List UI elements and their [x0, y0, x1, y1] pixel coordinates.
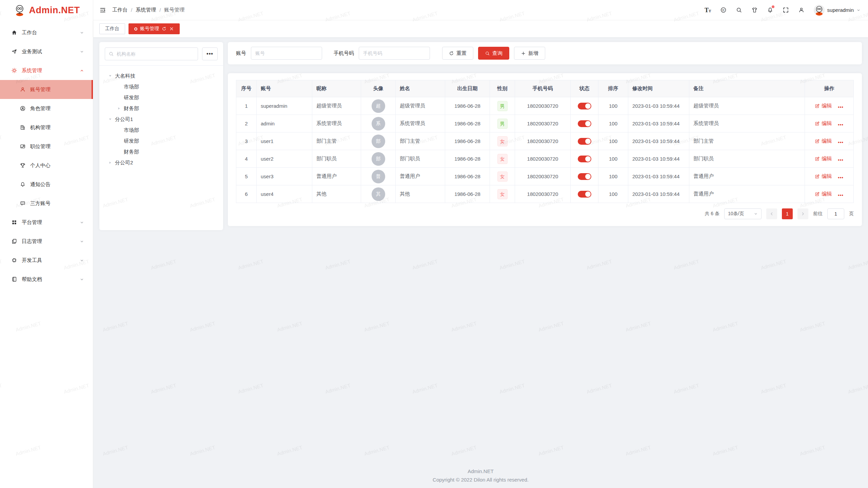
phone-input[interactable]: [359, 47, 430, 60]
tree-node[interactable]: 分公司2: [105, 157, 218, 168]
home-icon: [11, 29, 17, 36]
tree-more-button[interactable]: •••: [202, 47, 218, 60]
language-button[interactable]: 中: [717, 3, 730, 17]
sidebar-item-role-management[interactable]: 角色管理: [0, 99, 93, 118]
status-toggle[interactable]: [578, 156, 591, 162]
cell-modified: 2023-01-03 10:59:44: [628, 133, 689, 150]
sidebar-item-help-docs[interactable]: 帮助文档: [0, 270, 93, 289]
cell-index: 4: [236, 150, 257, 168]
tree-node[interactable]: 市场部: [105, 81, 218, 92]
sidebar-item-notice[interactable]: 通知公告: [0, 175, 93, 194]
tree-node[interactable]: 财务部: [105, 103, 218, 114]
cell-phone: 18020030720: [515, 97, 571, 115]
column-header: 手机号码: [515, 80, 571, 97]
sidebar-item-platform-management[interactable]: 平台管理: [0, 213, 93, 232]
sidebar-item-workbench[interactable]: 工作台: [0, 23, 93, 42]
status-toggle[interactable]: [578, 173, 591, 180]
fullscreen-button[interactable]: [779, 3, 793, 17]
edit-button[interactable]: 编辑: [815, 120, 832, 127]
menu-fold-icon[interactable]: [99, 7, 106, 14]
tree-node[interactable]: 研发部: [105, 92, 218, 103]
profile-button[interactable]: [795, 3, 808, 17]
sidebar-item-personal-center[interactable]: 个人中心: [0, 156, 93, 175]
sidebar-item-label: 通知公告: [30, 181, 84, 188]
sidebar-item-third-party-account[interactable]: 三方账号: [0, 194, 93, 213]
cell-avatar: 系: [361, 115, 396, 133]
cell-nickname: 部门主管: [312, 133, 361, 150]
status-toggle[interactable]: [578, 103, 591, 109]
edit-button[interactable]: 编辑: [815, 103, 832, 109]
tab-bar: 工作台账号管理: [93, 20, 868, 37]
cell-status: [571, 133, 598, 150]
row-more-button[interactable]: •••: [838, 157, 844, 162]
edit-button[interactable]: 编辑: [815, 191, 832, 197]
cell-nickname: 系统管理员: [312, 115, 361, 133]
account-input[interactable]: [251, 47, 322, 60]
font-size-button[interactable]: TT: [701, 3, 715, 17]
tree-node[interactable]: 市场部: [105, 125, 218, 136]
cell-ops: 编辑•••: [805, 150, 854, 168]
status-toggle[interactable]: [578, 191, 591, 198]
org-search-input[interactable]: [105, 47, 198, 60]
cell-ops: 编辑•••: [805, 185, 854, 203]
breadcrumb-item-workbench[interactable]: 工作台: [112, 7, 127, 13]
edit-icon: [815, 103, 820, 108]
user-menu[interactable]: superadmin: [814, 5, 861, 16]
sidebar-item-dev-tools[interactable]: 开发工具: [0, 251, 93, 270]
sidebar-item-system-management[interactable]: 系统管理: [0, 61, 93, 80]
row-more-button[interactable]: •••: [838, 104, 844, 109]
row-more-button[interactable]: •••: [838, 140, 844, 145]
edit-button[interactable]: 编辑: [815, 138, 832, 144]
current-page-button[interactable]: 1: [782, 208, 793, 219]
tree-node[interactable]: 大名科技: [105, 70, 218, 81]
grid-icon: [11, 219, 17, 225]
tree-node[interactable]: 财务部: [105, 146, 218, 157]
sidebar-item-account-management[interactable]: 账号管理: [0, 80, 93, 99]
edit-button[interactable]: 编辑: [815, 173, 832, 180]
sidebar-item-log-management[interactable]: 日志管理: [0, 232, 93, 251]
status-toggle[interactable]: [578, 120, 591, 127]
sidebar-item-label: 机构管理: [30, 124, 84, 131]
row-more-button[interactable]: •••: [838, 175, 844, 180]
cell-avatar: 部: [361, 150, 396, 168]
cell-remark: 部门职员: [689, 150, 805, 168]
cell-account: user1: [257, 133, 312, 150]
cell-order: 100: [598, 115, 628, 133]
trophy-icon: [20, 162, 26, 168]
notification-button[interactable]: [764, 3, 777, 17]
reset-button[interactable]: 重置: [442, 47, 473, 60]
edit-label: 编辑: [822, 103, 832, 109]
tab-account-management[interactable]: 账号管理: [129, 23, 180, 34]
global-search-button[interactable]: [732, 3, 746, 17]
reset-label: 重置: [456, 50, 467, 57]
search-button[interactable]: 查询: [478, 47, 509, 60]
tree-node[interactable]: 研发部: [105, 136, 218, 146]
goto-page-input[interactable]: [827, 208, 844, 219]
tree-node[interactable]: 分公司1: [105, 114, 218, 125]
status-toggle[interactable]: [578, 138, 591, 145]
row-more-button[interactable]: •••: [838, 192, 844, 198]
sidebar-item-org-management[interactable]: 机构管理: [0, 118, 93, 137]
add-button[interactable]: 新增: [514, 47, 545, 60]
tab-workbench[interactable]: 工作台: [99, 23, 125, 34]
cell-birthday: 1986-06-28: [445, 97, 490, 115]
row-more-button[interactable]: •••: [838, 122, 844, 127]
tab-refresh-icon[interactable]: [162, 26, 166, 31]
tab-close-icon[interactable]: [169, 26, 174, 31]
topbar: 工作台 / 系统管理 / 账号管理 TT 中: [93, 0, 868, 20]
page-size-select[interactable]: 10条/页: [724, 208, 762, 219]
tree-node-label: 分公司1: [115, 116, 133, 123]
sidebar-item-business-test[interactable]: 业务测试: [0, 42, 93, 61]
cell-ops: 编辑•••: [805, 168, 854, 185]
edit-button[interactable]: 编辑: [815, 156, 832, 162]
breadcrumb-item-system[interactable]: 系统管理: [136, 7, 156, 13]
tab-active-dot: [134, 27, 137, 30]
chevron-down-icon: [856, 8, 861, 12]
next-page-button[interactable]: [797, 208, 808, 219]
theme-skin-button[interactable]: [748, 3, 762, 17]
logo[interactable]: Admin.NET: [0, 0, 93, 20]
sidebar-item-position-management[interactable]: 职位管理: [0, 137, 93, 156]
org-tree-panel: ••• 大名科技市场部研发部财务部分公司1市场部研发部财务部分公司2: [99, 42, 223, 230]
prev-page-button[interactable]: [766, 208, 777, 219]
account-table-panel: 序号账号昵称头像姓名出生日期性别手机号码状态排序修改时间备注操作 1supera…: [228, 73, 862, 226]
